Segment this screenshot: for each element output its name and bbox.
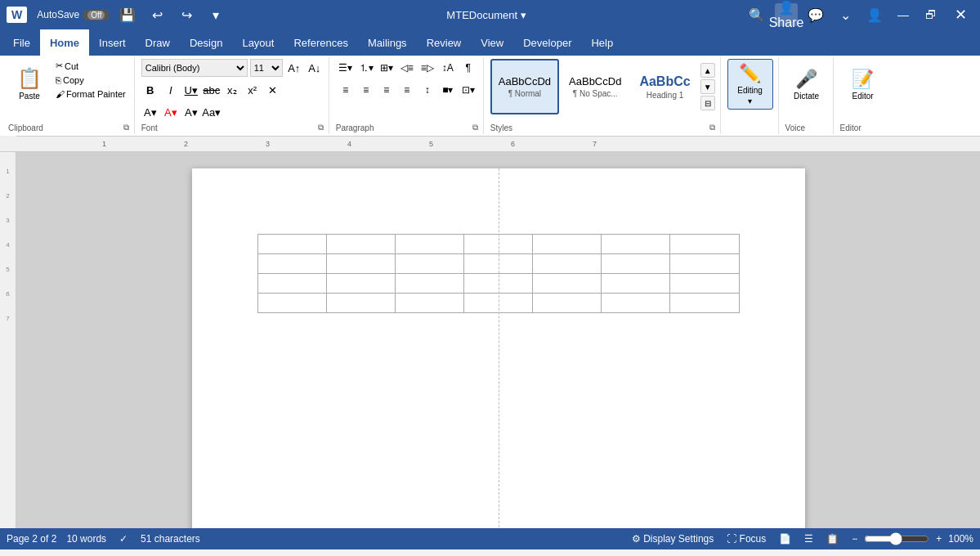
table-cell[interactable] [670,274,739,294]
table-cell[interactable] [395,274,463,294]
font-size-select[interactable]: 11 [250,59,283,77]
table-cell[interactable] [602,254,670,274]
autosave-toggle[interactable]: Off [83,10,110,20]
restore-button[interactable]: 🗗 [920,7,942,23]
undo-button[interactable]: ↩ [145,3,168,26]
dictate-button[interactable]: 🎤 Dictate [785,59,828,110]
bold-button[interactable]: B [141,81,159,99]
table-cell[interactable] [395,294,463,313]
table-cell[interactable] [326,294,395,313]
clear-format-button[interactable]: ✕ [264,81,282,99]
increase-indent-button[interactable]: ≡▷ [418,59,437,77]
show-paragraph-button[interactable]: ¶ [459,59,478,77]
style-normal[interactable]: AaBbCcDd ¶ Normal [490,59,559,114]
styles-more[interactable]: ⊟ [700,96,715,110]
redo-button[interactable]: ↪ [175,3,198,26]
search-button[interactable]: 🔍 [745,3,768,26]
sort-button[interactable]: ↕A [438,59,458,77]
table-cell[interactable] [533,294,602,313]
display-settings-button[interactable]: ⚙ Display Settings [629,533,717,545]
styles-expand[interactable]: ⧉ [709,123,715,132]
table-cell[interactable] [463,274,532,294]
view-page-button[interactable]: 📄 [776,533,794,545]
align-left-button[interactable]: ≡ [336,81,356,99]
para-expand[interactable]: ⧉ [472,123,478,132]
shading-button[interactable]: ■▾ [438,81,458,99]
share-button[interactable]: 👤 Share [775,3,798,26]
underline-button[interactable]: U▾ [182,81,200,99]
align-right-button[interactable]: ≡ [377,81,396,99]
ribbon-collapse[interactable]: ⌄ [834,3,857,26]
close-button[interactable]: ✕ [948,4,973,25]
paste-button[interactable]: 📋 Paste [8,59,51,108]
styles-scroll-up[interactable]: ▲ [700,63,715,78]
table-cell[interactable] [533,274,602,294]
subscript-button[interactable]: x₂ [223,81,241,99]
document-page[interactable] [192,168,805,528]
proofing-button[interactable]: ✓ [116,533,131,545]
font-expand[interactable]: ⧉ [318,123,324,132]
table-cell[interactable] [670,254,739,274]
style-heading1[interactable]: AaBbCc Heading 1 [631,59,698,114]
tab-insert[interactable]: Insert [89,29,136,56]
tab-view[interactable]: View [471,29,513,56]
tab-developer[interactable]: Developer [513,29,581,56]
copy-button[interactable]: ⎘ Copy [52,74,129,87]
document-table[interactable] [257,234,740,313]
tab-references[interactable]: References [284,29,357,56]
font-color-button[interactable]: A▾ [162,103,180,121]
font-shrink-button[interactable]: A↓ [306,59,324,77]
styles-scroll-down[interactable]: ▼ [700,79,715,94]
table-cell[interactable] [463,254,532,274]
table-cell[interactable] [602,294,670,313]
tab-design[interactable]: Design [180,29,232,56]
italic-button[interactable]: I [162,81,180,99]
format-painter-button[interactable]: 🖌 Format Painter [52,87,129,101]
table-cell[interactable] [602,235,670,254]
editing-button[interactable]: ✏️ Editing ▾ [727,59,773,110]
table-cell[interactable] [533,254,602,274]
table-cell[interactable] [463,235,532,254]
table-cell[interactable] [257,235,326,254]
change-case-button[interactable]: Aa▾ [203,103,221,121]
focus-button[interactable]: ⛶ Focus [723,533,769,545]
tab-help[interactable]: Help [581,29,623,56]
bullets-button[interactable]: ☰▾ [336,59,356,77]
font-grow-button[interactable]: A↑ [285,59,303,77]
tab-home[interactable]: Home [40,29,89,56]
table-cell[interactable] [463,294,532,313]
save-button[interactable]: 💾 [116,3,139,26]
table-cell[interactable] [395,235,463,254]
tab-file[interactable]: File [3,29,40,56]
autosave-control[interactable]: AutoSave Off [37,9,110,20]
multilevel-button[interactable]: ⊞▾ [377,59,396,77]
clipboard-expand[interactable]: ⧉ [123,123,129,132]
comment-button[interactable]: 💬 [804,3,827,26]
tab-review[interactable]: Review [417,29,472,56]
decrease-indent-button[interactable]: ◁≡ [397,59,417,77]
table-cell[interactable] [670,235,739,254]
view-list-button[interactable]: ☰ [801,533,817,545]
align-center-button[interactable]: ≡ [356,81,376,99]
account-button[interactable]: 👤 [863,3,886,26]
table-cell[interactable] [257,254,326,274]
font-name-select[interactable]: Calibri (Body) [141,59,248,77]
line-spacing-button[interactable]: ↕ [418,81,437,99]
style-no-space[interactable]: AaBbCcDd ¶ No Spac... [561,59,629,114]
tab-draw[interactable]: Draw [136,29,180,56]
editor-button[interactable]: 📝 Editor [840,59,886,110]
table-cell[interactable] [257,294,326,313]
tab-layout[interactable]: Layout [232,29,284,56]
zoom-in-button[interactable]: + [933,533,945,545]
cut-button[interactable]: ✂ Cut [52,59,129,73]
view-read-button[interactable]: 📋 [823,533,842,545]
table-cell[interactable] [326,235,395,254]
minimize-button[interactable]: — [893,7,914,23]
table-cell[interactable] [257,274,326,294]
table-cell[interactable] [395,254,463,274]
customize-button[interactable]: ▾ [204,3,227,26]
table-cell[interactable] [533,235,602,254]
superscript-button[interactable]: x² [244,81,262,99]
zoom-out-button[interactable]: − [848,533,861,545]
zoom-slider[interactable] [864,532,929,545]
